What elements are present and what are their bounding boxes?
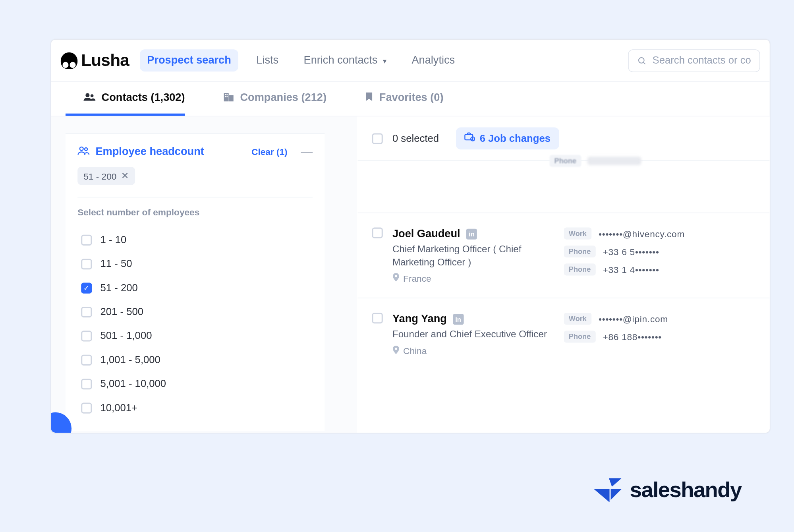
nav-lists[interactable]: Lists	[249, 49, 286, 72]
footer-brand-text: saleshandy	[630, 477, 741, 502]
info-row: Phone+33 6 5•••••••	[564, 245, 755, 257]
svg-point-11	[85, 147, 87, 150]
result-info: Joel GaudeulinChief Marketing Officer ( …	[392, 227, 554, 283]
headcount-option-label: 5,001 - 10,000	[100, 378, 166, 390]
checkbox[interactable]	[81, 306, 92, 317]
person-title: Founder and Chief Executive Officer	[392, 328, 554, 341]
collapse-icon[interactable]: —	[300, 145, 312, 159]
headcount-option[interactable]: 10,001+	[77, 396, 313, 420]
tab-companies-label: Companies (212)	[240, 91, 326, 104]
headcount-option[interactable]: 501 - 1,000	[77, 324, 313, 348]
phone-badge: Phone	[549, 155, 581, 166]
person-title: Chief Marketing Officer ( Chief Marketin…	[392, 242, 554, 268]
info-value[interactable]: •••••••@hivency.com	[599, 228, 685, 238]
brand-mark-icon	[60, 52, 77, 68]
person-location: China	[392, 345, 554, 356]
people-icon	[83, 91, 95, 103]
bookmark-icon	[365, 91, 373, 103]
contact-details: Work•••••••@hivency.comPhone+33 6 5•••••…	[564, 227, 755, 283]
checkbox[interactable]	[81, 259, 92, 269]
job-changes-button[interactable]: 6 Job changes	[456, 127, 559, 149]
headcount-option[interactable]: ✓51 - 200	[77, 276, 313, 300]
building-icon	[223, 91, 234, 103]
results-header: 0 selected 6 Job changes	[357, 116, 769, 161]
chevron-down-icon: ▾	[383, 57, 386, 65]
tab-contacts[interactable]: Contacts (1,302)	[65, 81, 185, 116]
svg-rect-4	[224, 93, 228, 101]
filter-section-label: Select number of employees	[77, 197, 313, 217]
headcount-option[interactable]: 11 - 50	[77, 252, 313, 276]
checkbox[interactable]	[81, 354, 92, 365]
headcount-option[interactable]: 201 - 500	[77, 300, 313, 324]
filter-chip-label: 51 - 200	[83, 170, 116, 181]
row-checkbox[interactable]	[372, 227, 383, 238]
checkbox[interactable]	[81, 331, 92, 341]
nav-enrich-contacts[interactable]: Enrich contacts ▾	[296, 49, 394, 72]
info-value[interactable]: •••••••@ipin.com	[599, 313, 668, 324]
nav-prospect-search[interactable]: Prospect search	[140, 49, 238, 72]
blurred-value	[587, 157, 641, 165]
location-pin-icon	[392, 345, 399, 356]
search-input[interactable]	[652, 54, 751, 66]
headcount-option[interactable]: 1,001 - 5,000	[77, 348, 313, 372]
tab-contacts-label: Contacts (1,302)	[101, 91, 185, 104]
clear-filter-button[interactable]: Clear (1)	[251, 146, 288, 157]
blurred-contact-row: Phone	[549, 155, 641, 166]
saleshandy-mark-icon	[594, 478, 621, 501]
headcount-option-label: 11 - 50	[100, 258, 132, 270]
app-window: Lusha Prospect search Lists Enrich conta…	[50, 39, 770, 433]
search-icon	[637, 55, 647, 66]
subtabs: Contacts (1,302) Companies (212) Favorit…	[51, 81, 769, 116]
person-name[interactable]: Joel Gaudeul	[392, 227, 460, 240]
headcount-option[interactable]: 1 - 10	[77, 228, 313, 252]
svg-point-0	[638, 57, 644, 63]
checkbox[interactable]	[81, 402, 92, 413]
info-row: Phone+33 1 4•••••••	[564, 263, 755, 275]
headcount-option-label: 501 - 1,000	[100, 330, 152, 342]
filter-headcount: Employee headcount Clear (1) — 51 - 200 …	[65, 133, 324, 431]
svg-point-3	[90, 94, 93, 97]
info-row: Work•••••••@hivency.com	[564, 227, 755, 239]
footer-brand: saleshandy	[594, 477, 742, 502]
checkbox[interactable]: ✓	[81, 282, 92, 293]
svg-point-2	[85, 93, 89, 97]
svg-point-10	[79, 147, 83, 150]
row-checkbox[interactable]	[372, 313, 383, 323]
headcount-option-label: 51 - 200	[100, 282, 137, 294]
headcount-option-label: 10,001+	[100, 402, 137, 414]
filter-title: Employee headcount	[95, 145, 204, 158]
info-badge: Phone	[564, 263, 595, 275]
info-value[interactable]: +33 1 4•••••••	[603, 264, 659, 275]
result-row: Yang YanginFounder and Chief Executive O…	[357, 298, 769, 370]
svg-marker-16	[610, 489, 621, 499]
info-row: Phone+86 188•••••••	[564, 331, 755, 342]
brand-logo: Lusha	[60, 50, 129, 70]
info-row: Work•••••••@ipin.com	[564, 313, 755, 325]
checkbox[interactable]	[81, 234, 92, 245]
headcount-option[interactable]: 5,001 - 10,000	[77, 372, 313, 396]
global-search[interactable]	[628, 49, 760, 72]
result-row: Joel GaudeulinChief Marketing Officer ( …	[357, 212, 769, 298]
filter-header: Employee headcount Clear (1) —	[77, 145, 313, 159]
nav-enrich-label: Enrich contacts	[303, 54, 377, 66]
job-changes-label: 6 Job changes	[479, 132, 550, 144]
info-value[interactable]: +33 6 5•••••••	[603, 246, 659, 257]
result-info: Yang YanginFounder and Chief Executive O…	[392, 313, 554, 356]
remove-chip-icon[interactable]: ✕	[121, 170, 129, 181]
linkedin-icon[interactable]: in	[452, 313, 463, 324]
info-badge: Phone	[564, 331, 595, 342]
topbar: Lusha Prospect search Lists Enrich conta…	[51, 39, 769, 81]
nav-analytics[interactable]: Analytics	[404, 49, 462, 72]
contact-details: Work•••••••@ipin.comPhone+86 188•••••••	[564, 313, 755, 356]
info-value[interactable]: +86 188•••••••	[603, 331, 662, 342]
tab-favorites[interactable]: Favorites (0)	[347, 81, 443, 116]
tab-companies[interactable]: Companies (212)	[205, 81, 326, 116]
headcount-option-label: 201 - 500	[100, 306, 143, 318]
select-all-checkbox[interactable]	[372, 133, 383, 143]
person-name[interactable]: Yang Yang	[392, 313, 446, 325]
checkbox[interactable]	[81, 379, 92, 389]
linkedin-icon[interactable]: in	[466, 228, 477, 239]
employees-icon	[77, 145, 89, 158]
filter-chip[interactable]: 51 - 200 ✕	[77, 167, 135, 185]
headcount-option-label: 1 - 10	[100, 234, 126, 246]
